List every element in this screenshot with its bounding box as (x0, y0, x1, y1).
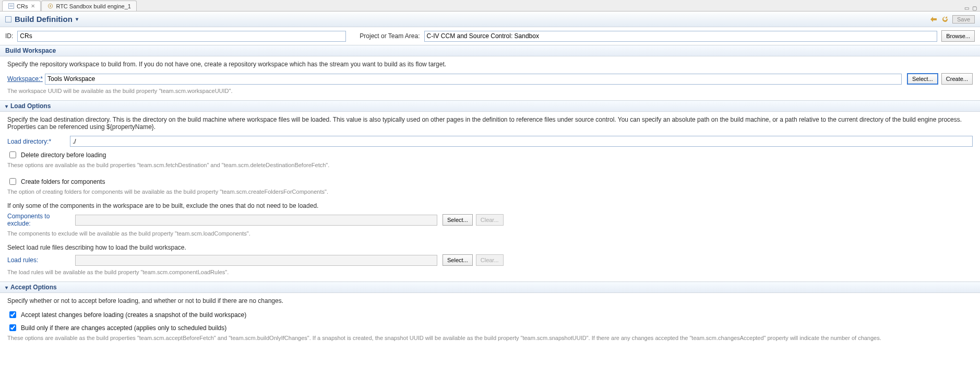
accept-latest-label: Accept latest changes before loading (cr… (21, 311, 246, 319)
refresh-icon[interactable] (941, 15, 949, 24)
exclude-select-button[interactable]: Select... (443, 214, 473, 226)
section-title: Load Options (10, 102, 51, 110)
delete-before-load-label: Delete directory before loading (21, 151, 106, 159)
id-label: ID: (5, 32, 13, 40)
close-icon[interactable]: ✕ (31, 3, 35, 9)
section-load-options-header[interactable]: ▾ Load Options (0, 100, 980, 112)
browse-button[interactable]: Browse... (941, 30, 975, 42)
rules-field (75, 255, 437, 266)
rules-desc: Select load rule files describing how to… (7, 244, 973, 251)
build-only-if-changes-checkbox[interactable] (9, 324, 16, 331)
chevron-down-icon: ▾ (5, 103, 8, 109)
tab-label: CRs (17, 3, 28, 9)
svg-rect-0 (9, 4, 14, 9)
workspace-label[interactable]: Workspace: (7, 75, 40, 83)
tab-label: RTC Sandbox build engine_1 (56, 3, 131, 9)
tabbar-right-controls: ▭ ▢ (964, 5, 980, 11)
workspace-hint: The workspace UUID will be available as … (7, 88, 973, 94)
create-folders-checkbox[interactable] (9, 178, 16, 185)
section-title: Accept Options (10, 284, 57, 291)
editor-tabbar: CRs ✕ RTC Sandbox build engine_1 ▭ ▢ (0, 0, 980, 11)
build-only-if-changes-label: Build only if there are changes accepted… (21, 324, 226, 332)
exclude-desc: If only some of the components in the wo… (7, 202, 973, 209)
svg-point-2 (50, 5, 51, 6)
workspace-field[interactable] (45, 74, 902, 85)
workspace-create-button[interactable]: Create... (941, 73, 973, 85)
build-definition-icon (8, 3, 15, 9)
section-title: Build Workspace (5, 47, 56, 54)
accept-hint: These options are available as the build… (7, 335, 973, 341)
page-title-icon (5, 16, 11, 22)
team-area-field[interactable] (424, 31, 938, 42)
load-dir-field[interactable] (70, 136, 973, 147)
id-team-row: ID: Project or Team Area: Browse... (0, 27, 980, 45)
request-build-icon[interactable] (929, 15, 938, 24)
rules-select-button[interactable]: Select... (443, 254, 473, 266)
section-load-options-body: Specify the load destination directory. … (0, 112, 980, 282)
delete-before-load-checkbox[interactable] (9, 151, 16, 158)
load-dir-label: Load directory: (7, 138, 65, 145)
maximize-icon[interactable]: ▢ (972, 5, 977, 11)
form-header: Build Definition ▾ Save (0, 11, 980, 27)
rules-label: Load rules: (7, 256, 70, 264)
accept-desc: Specify whether or not to accept before … (7, 297, 973, 304)
section-build-workspace-body: Specify the repository workspace to buil… (0, 56, 980, 100)
team-area-label: Project or Team Area: (360, 32, 420, 40)
rules-hint: The load rules will be available as the … (7, 269, 973, 275)
section-build-workspace-header[interactable]: Build Workspace (0, 45, 980, 56)
minimize-icon[interactable]: ▭ (964, 5, 969, 11)
folders-hint: The option of creating folders for compo… (7, 189, 973, 195)
page-title-menu[interactable]: Build Definition ▾ (15, 15, 78, 24)
load-desc: Specify the load destination directory. … (7, 116, 973, 131)
exclude-field (75, 215, 437, 226)
page-title: Build Definition (15, 15, 73, 24)
section-accept-options-header[interactable]: ▾ Accept Options (0, 282, 980, 293)
workspace-select-button[interactable]: Select... (907, 73, 938, 85)
save-button[interactable]: Save (952, 15, 975, 24)
accept-latest-checkbox[interactable] (9, 311, 16, 318)
workspace-desc: Specify the repository workspace to buil… (7, 61, 973, 68)
create-folders-label: Create folders for components (21, 178, 105, 185)
rules-clear-button[interactable]: Clear... (476, 254, 504, 266)
chevron-down-icon: ▾ (5, 285, 8, 290)
exclude-clear-button[interactable]: Clear... (476, 214, 504, 226)
chevron-down-icon: ▾ (76, 16, 78, 22)
tab-rtc-engine[interactable]: RTC Sandbox build engine_1 (41, 1, 137, 11)
build-engine-icon (47, 3, 54, 9)
exclude-label: Components to exclude: (7, 213, 70, 227)
id-field[interactable] (17, 31, 346, 42)
tab-crs[interactable]: CRs ✕ (2, 1, 41, 11)
section-accept-options-body: Specify whether or not to accept before … (0, 293, 980, 347)
delete-hint: These options are available as the build… (7, 162, 973, 168)
exclude-hint: The components to exclude will be availa… (7, 230, 973, 237)
